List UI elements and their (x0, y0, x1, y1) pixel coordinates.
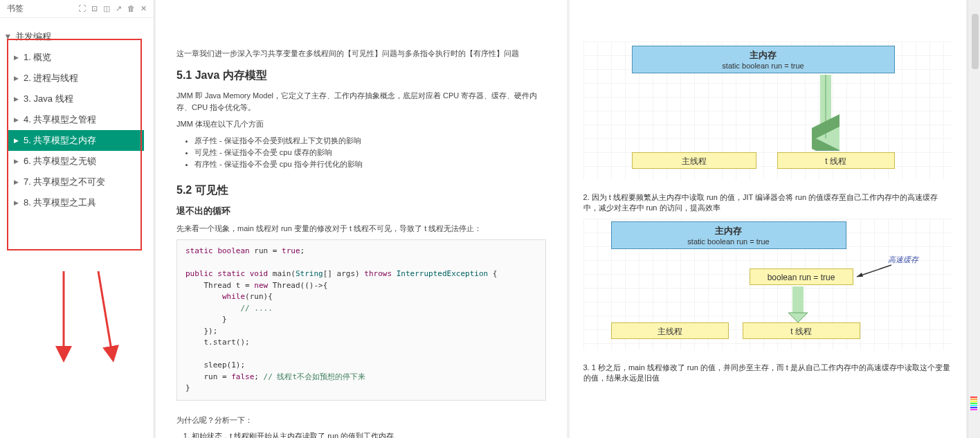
sidebar-header: 书签 ⛶ ⊡ ◫ ↗ 🗑 ✕ (0, 0, 154, 18)
scrollbar-thumb[interactable] (972, 14, 979, 69)
chevron-down-icon: ▶ (5, 35, 12, 39)
vertical-scrollbar[interactable] (968, 0, 980, 438)
arrow-down-icon (812, 75, 840, 151)
outline-item-label: 4. 共享模型之管程 (24, 113, 96, 126)
outline-item[interactable]: ▶7. 共享模型之不可变 (8, 172, 144, 192)
collapse-icon[interactable]: ⊡ (91, 4, 98, 13)
outline-item-label: 6. 共享模型之无锁 (24, 155, 96, 167)
document-pages: 这一章我们进一步深入学习共享变量在多线程间的【可见性】问题与多条指令执行时的【有… (154, 0, 980, 438)
list-item: 有序性 - 保证指令不会受 cpu 指令并行优化的影响 (194, 159, 546, 170)
outline-item[interactable]: ▶6. 共享模型之无锁 (8, 151, 144, 172)
chevron-right-icon: ▶ (14, 137, 19, 144)
outline-item-label: 2. 进程与线程 (24, 72, 78, 84)
chevron-right-icon: ▶ (14, 54, 19, 61)
page-right: 主内存 static boolean run = true 主线程 t 线程 2… (570, 0, 967, 438)
main-thread-box: 主线程 (632, 152, 756, 169)
outline-root-label: 并发编程 (15, 30, 51, 43)
chevron-right-icon: ▶ (14, 158, 19, 165)
outline-item[interactable]: ▶1. 概览 (8, 47, 144, 68)
chevron-right-icon: ▶ (14, 95, 19, 102)
t-thread-box-2: t 线程 (743, 322, 860, 339)
close-icon[interactable]: ✕ (140, 4, 147, 13)
sidebar-toolbar: ⛶ ⊡ ◫ ↗ 🗑 ✕ (78, 4, 149, 13)
outline-item-label: 8. 共享模型之工具 (24, 197, 96, 209)
outline-item[interactable]: ▶4. 共享模型之管程 (8, 109, 144, 130)
main-memory-sub-2: static boolean run = true (616, 237, 842, 246)
diagram-1: 主内存 static boolean run = true 主线程 t 线程 (583, 42, 953, 180)
jmm-def: JMM 即 Java Memory Model，它定义了主存、工作内存抽象概念，… (176, 90, 546, 113)
app-root: 书签 ⛶ ⊡ ◫ ↗ 🗑 ✕ ▶ 并发编程 ▶1. 概览▶2. 进程与线程▶3.… (0, 0, 980, 438)
step-1: 初始状态，t 线程刚开始从主内存读取了 run 的值到工作内存。 (192, 431, 546, 438)
main-memory-box-2: 主内存 static boolean run = true (611, 221, 846, 249)
jmm-aspects-intro: JMM 体现在以下几个方面 (176, 118, 546, 130)
sidebar-title: 书签 (4, 3, 78, 15)
outline-root-item[interactable]: ▶ 并发编程 (8, 26, 144, 47)
chevron-right-icon: ▶ (14, 75, 19, 82)
chevron-right-icon: ▶ (14, 116, 19, 123)
outline-item[interactable]: ▶3. Java 线程 (8, 89, 144, 109)
chapter-intro: 这一章我们进一步深入学习共享变量在多线程间的【可见性】问题与多条指令执行时的【有… (176, 48, 546, 59)
example-intro: 先来看一个现象，main 线程对 run 变量的修改对于 t 线程不可见，导致了… (176, 223, 546, 235)
main-memory-title-2: 主内存 (616, 225, 842, 237)
list-item: 原子性 - 保证指令不会受到线程上下文切换的影响 (194, 136, 546, 146)
expand-all-icon[interactable]: ⛶ (78, 4, 86, 13)
page-left: 这一章我们进一步深入学习共享变量在多线程间的【可见性】问题与多条指令执行时的【有… (156, 0, 567, 438)
main-memory-title: 主内存 (637, 49, 890, 62)
arrow-down-icon-2 (784, 286, 812, 325)
note-3: 3. 1 秒之后，main 线程修改了 run 的值，并同步至主存，而 t 是从… (583, 363, 953, 383)
annotation-arrows (50, 264, 119, 368)
cache-box: boolean run = true (750, 268, 853, 285)
outline-container: ▶ 并发编程 ▶1. 概览▶2. 进程与线程▶3. Java 线程▶4. 共享模… (8, 22, 144, 220)
svg-line-1 (98, 271, 112, 354)
outline-item[interactable]: ▶5. 共享模型之内存 (8, 130, 144, 151)
chevron-right-icon: ▶ (14, 199, 19, 206)
analysis-steps: 初始状态，t 线程刚开始从主内存读取了 run 的值到工作内存。 (176, 431, 546, 438)
outline-item-label: 3. Java 线程 (24, 93, 73, 105)
cache-arrow-icon (853, 262, 895, 282)
outline-item-label: 5. 共享模型之内存 (24, 134, 96, 147)
outline-item[interactable]: ▶8. 共享模型之工具 (8, 192, 144, 213)
note-2: 2. 因为 t 线程要频繁从主内存中读取 run 的值，JIT 编译器会将 ru… (583, 192, 953, 213)
outline-item[interactable]: ▶2. 进程与线程 (8, 68, 144, 89)
heading-5-1: 5.1 Java 内存模型 (176, 69, 546, 83)
outline-item-label: 1. 概览 (24, 51, 51, 64)
chevron-right-icon: ▶ (14, 179, 19, 185)
main-memory-box: 主内存 static boolean run = true (632, 46, 895, 73)
heading-5-2: 5.2 可见性 (176, 183, 546, 198)
jmm-aspects-list: 原子性 - 保证指令不会受到线程上下文切换的影响 可见性 - 保证指令不会受 c… (176, 136, 546, 170)
list-item: 可见性 - 保证指令不会受 cpu 缓存的影响 (194, 147, 546, 158)
main-memory-sub: static boolean run = true (637, 62, 890, 70)
bookmark-sidebar: 书签 ⛶ ⊡ ◫ ↗ 🗑 ✕ ▶ 并发编程 ▶1. 概览▶2. 进程与线程▶3.… (0, 0, 154, 438)
diagram-2: 主内存 static boolean run = true boolean ru… (583, 219, 953, 350)
bookmark-add-icon[interactable]: ◫ (103, 4, 110, 13)
main-thread-box-2: 主线程 (611, 322, 729, 339)
subheading-loop: 退不出的循环 (176, 205, 546, 217)
delete-icon[interactable]: 🗑 (127, 4, 135, 13)
outline-item-label: 7. 共享模型之不可变 (24, 176, 105, 188)
minimap-colors (970, 396, 977, 410)
bookmark-export-icon[interactable]: ↗ (116, 4, 122, 13)
why-question: 为什么呢？分析一下： (176, 414, 546, 426)
outline-tree: ▶ 并发编程 ▶1. 概览▶2. 进程与线程▶3. Java 线程▶4. 共享模… (8, 22, 144, 213)
t-thread-box: t 线程 (777, 152, 895, 169)
code-block: static boolean run = true; public static… (176, 239, 546, 401)
